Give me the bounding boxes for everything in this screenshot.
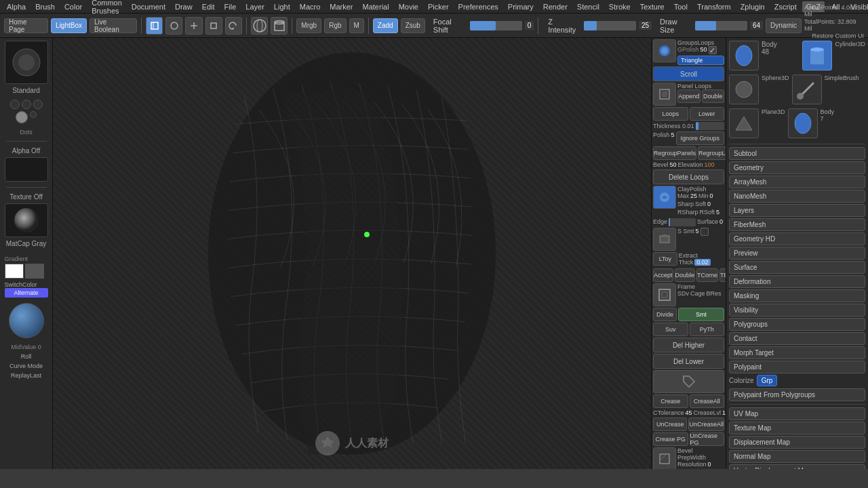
frame-icon[interactable] — [653, 283, 676, 306]
lower-button[interactable]: Lower — [690, 107, 725, 121]
matcap-preview[interactable] — [5, 203, 48, 237]
move-button[interactable] — [185, 17, 202, 35]
edit-button[interactable] — [146, 17, 163, 35]
del-higher-button[interactable]: Del Higher — [653, 338, 724, 352]
ssmt-toggle[interactable] — [701, 228, 709, 236]
tborde-button[interactable]: TBorde — [719, 268, 726, 282]
polypaint-icon[interactable] — [653, 39, 676, 62]
sphere-icon[interactable] — [251, 17, 268, 35]
alpha-preview[interactable] — [5, 157, 48, 182]
suv-button[interactable]: Suv — [653, 323, 688, 336]
displacement-map-header[interactable]: Displacement Map — [729, 436, 865, 449]
crease-all-button[interactable]: CreaseAll — [690, 394, 725, 408]
panel-loops-icon[interactable] — [653, 83, 676, 106]
polypaint-from-polygroups-header[interactable]: Polypaint From Polygroups — [729, 388, 865, 401]
morph-target-header[interactable]: Morph Target — [729, 346, 865, 359]
mrgb-button[interactable]: Mrgb — [296, 18, 321, 33]
polypaint-header[interactable]: Polypaint — [729, 361, 865, 373]
z-intensity-slider[interactable] — [584, 21, 636, 30]
replay-last-button[interactable]: ReplayLast — [11, 372, 41, 379]
scroll-button[interactable]: Scroll — [653, 66, 724, 81]
menu-light[interactable]: Light — [270, 1, 294, 12]
zsub-button[interactable]: Zsub — [401, 18, 425, 33]
live-bool-button[interactable]: Live Boolean — [90, 18, 137, 33]
menu-tool[interactable]: Tool — [670, 1, 692, 12]
menu-movie[interactable]: Movie — [395, 1, 422, 12]
uncrease-pg-button[interactable]: UnCrease PG — [690, 432, 725, 446]
crease-pg-button[interactable]: Crease PG — [653, 432, 688, 446]
simplebrush-thumb[interactable] — [792, 75, 822, 104]
normal-map-header[interactable]: Normal Map — [729, 450, 865, 463]
zadd-button[interactable]: Zadd — [373, 18, 398, 33]
dot-3[interactable] — [33, 100, 43, 109]
menu-macro[interactable]: Macro — [296, 1, 325, 12]
regroup-panels-button[interactable]: RegroupPanels — [653, 146, 696, 160]
body-thumb[interactable] — [729, 41, 759, 70]
deformation-header[interactable]: Deformation — [729, 275, 865, 288]
focal-shift-slider[interactable] — [470, 21, 522, 30]
brush-preview[interactable] — [5, 41, 48, 84]
canvas-area[interactable]: 人人素材 — [53, 38, 651, 469]
body2-thumb[interactable] — [788, 108, 818, 138]
cylinder-icon[interactable] — [271, 17, 288, 35]
array-mesh-header[interactable]: ArrayMesh — [729, 176, 865, 188]
swatch-white[interactable] — [5, 264, 24, 279]
menu-draw[interactable]: Draw — [171, 1, 197, 12]
smt-button[interactable]: Smt — [678, 308, 724, 321]
accept-button[interactable]: Accept — [653, 268, 673, 282]
menu-transform[interactable]: Transform — [693, 1, 735, 12]
retopo-icon[interactable] — [653, 370, 724, 393]
subtool-header[interactable]: Subtool — [729, 147, 865, 160]
dot-small[interactable] — [30, 111, 37, 118]
menu-stroke[interactable]: Stroke — [605, 1, 635, 12]
menu-picker[interactable]: Picker — [424, 1, 453, 12]
dot-1[interactable] — [10, 100, 20, 109]
menu-brush[interactable]: Brush — [31, 1, 59, 12]
uncrease-all-button[interactable]: UnCreaseAll — [688, 418, 724, 431]
surface-header[interactable]: Surface — [729, 261, 865, 274]
lightbox-button[interactable]: LightBox — [51, 18, 87, 33]
texture-off-label[interactable]: Texture Off — [9, 193, 43, 201]
draw-button[interactable] — [165, 17, 182, 35]
edge-slider[interactable] — [669, 218, 696, 226]
double-button[interactable]: Double — [702, 89, 725, 103]
vector-displacement-map-header[interactable]: Vector Displacement Map — [729, 464, 865, 469]
menu-alpha[interactable]: Alpha — [3, 1, 30, 12]
menu-file[interactable]: File — [220, 1, 241, 12]
m-button[interactable]: M — [349, 18, 364, 33]
gpolish-toggle[interactable]: ✓ — [709, 46, 717, 54]
swatch-dark[interactable] — [25, 264, 44, 279]
rgb-button[interactable]: Rgb — [324, 18, 346, 33]
dynamic-button[interactable]: Dynamic — [766, 18, 802, 33]
regroup-loops-button[interactable]: RegroupLoops — [698, 146, 726, 160]
delete-loops-button[interactable]: Delete Loops — [653, 169, 724, 184]
uncrease-button[interactable]: UnCrease — [653, 418, 687, 431]
menu-render[interactable]: Render — [539, 1, 572, 12]
masking-header[interactable]: Masking — [729, 289, 865, 302]
roll-button[interactable]: Roll — [21, 353, 32, 360]
menu-common-brushes[interactable]: Common Brushes — [87, 0, 126, 16]
nano-mesh-header[interactable]: NanoMesh — [729, 190, 865, 203]
menu-material[interactable]: Material — [359, 1, 393, 12]
gpolish-value[interactable]: 50 — [701, 46, 707, 54]
fiber-mesh-header[interactable]: FiberMesh — [729, 218, 865, 231]
ltoy-button[interactable]: LToy — [653, 252, 677, 266]
menu-edit[interactable]: Edit — [198, 1, 219, 12]
sphere-preview[interactable] — [9, 303, 44, 338]
layers-header[interactable]: Layers — [729, 204, 865, 217]
menu-layer[interactable]: Layer — [241, 1, 269, 12]
visibility-header[interactable]: Visibility — [729, 304, 865, 317]
menu-color[interactable]: Color — [60, 1, 86, 12]
plane3d-thumb[interactable] — [729, 108, 759, 138]
dot-2[interactable] — [22, 100, 31, 109]
menu-zplugin[interactable]: Zplugin — [736, 1, 769, 12]
draw-size-slider[interactable] — [695, 21, 747, 30]
menu-zscript[interactable]: Zscript — [770, 1, 801, 12]
preview-header[interactable]: Preview — [729, 247, 865, 260]
divide-button[interactable]: Divide — [653, 308, 677, 321]
append-button[interactable]: Append — [677, 89, 701, 103]
alpha-off-label[interactable]: Alpha Off — [12, 147, 41, 155]
clay-polish-icon[interactable] — [653, 186, 676, 209]
del-lower-button[interactable]: Del Lower — [653, 354, 724, 369]
geometry-hd-header[interactable]: Geometry HD — [729, 232, 865, 245]
